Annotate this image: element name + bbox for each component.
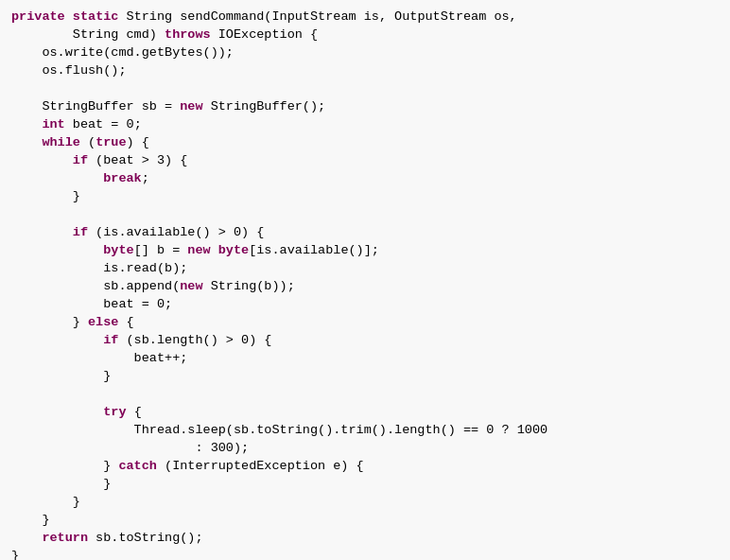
code-token: sb.toString();	[88, 531, 203, 545]
code-line: Thread.sleep(sb.toString().trim().length…	[11, 421, 719, 439]
code-token	[11, 243, 103, 257]
code-line: } else {	[11, 313, 719, 331]
code-line: beat++;	[11, 349, 719, 367]
code-token: }	[11, 315, 88, 329]
code-token: String sendCommand(InputStream is, Outpu…	[118, 9, 516, 24]
code-line: byte[] b = new byte[is.available()];	[11, 241, 719, 259]
code-token: [is.available()];	[249, 243, 379, 257]
code-token: byte	[103, 243, 133, 257]
code-token: [] b =	[134, 243, 188, 257]
code-token: try	[103, 405, 126, 419]
code-token: private	[11, 9, 65, 24]
code-token: beat++;	[11, 351, 187, 365]
code-token: throws	[165, 27, 211, 42]
code-token: return	[42, 531, 88, 545]
code-token: }	[11, 477, 111, 491]
code-token: IOException {	[211, 27, 318, 42]
code-line: }	[11, 511, 719, 529]
code-token: String cmd)	[11, 27, 165, 42]
code-line: StringBuffer sb = new StringBuffer();	[11, 97, 719, 115]
code-token	[11, 405, 103, 419]
code-token	[11, 225, 73, 239]
code-token: }	[11, 189, 80, 203]
code-line: is.read(b);	[11, 259, 719, 277]
code-token	[11, 153, 73, 167]
code-token: StringBuffer sb =	[11, 99, 180, 114]
code-token: (beat > 3) {	[88, 153, 187, 167]
code-line: os.flush();	[11, 61, 719, 79]
code-token: catch	[118, 459, 157, 473]
code-token	[11, 117, 42, 131]
code-line: try {	[11, 403, 719, 421]
code-token: byte	[218, 243, 249, 257]
code-token: StringBuffer();	[203, 99, 326, 114]
code-line: beat = 0;	[11, 295, 719, 313]
code-token: {	[127, 405, 142, 419]
code-token: }	[11, 369, 111, 383]
code-token: os.write(cmd.getBytes());	[11, 45, 234, 60]
code-block: private static String sendCommand(InputS…	[11, 8, 719, 560]
code-token: else	[88, 315, 118, 329]
code-line: int beat = 0;	[11, 115, 719, 133]
code-token	[11, 171, 103, 185]
code-line: } catch (InterruptedException e) {	[11, 457, 719, 475]
code-token	[211, 243, 218, 257]
code-token: (is.available() > 0) {	[88, 225, 264, 239]
code-token: static	[73, 9, 119, 24]
code-token: (InterruptedException e) {	[157, 459, 364, 473]
code-line: : 300);	[11, 439, 719, 457]
code-line: String cmd) throws IOException {	[11, 26, 719, 44]
code-token: }	[11, 549, 19, 560]
code-line: if (beat > 3) {	[11, 151, 719, 169]
code-token: sb.append(	[11, 279, 180, 293]
code-token: ) {	[127, 135, 149, 149]
code-line: private static String sendCommand(InputS…	[11, 8, 719, 26]
code-line: os.write(cmd.getBytes());	[11, 44, 719, 61]
code-container: private static String sendCommand(InputS…	[0, 0, 730, 560]
code-token: ;	[142, 171, 149, 185]
code-token: os.flush();	[11, 63, 127, 78]
code-line: }	[11, 187, 719, 205]
code-token: }	[11, 459, 118, 473]
code-line	[11, 385, 719, 403]
code-line	[11, 79, 719, 97]
code-line: }	[11, 493, 719, 511]
code-token: beat = 0;	[65, 117, 142, 131]
code-line: if (is.available() > 0) {	[11, 223, 719, 241]
code-token: Thread.sleep(sb.toString().trim().length…	[11, 423, 548, 437]
code-token: new	[187, 243, 210, 257]
code-line: }	[11, 547, 719, 560]
code-token	[11, 531, 42, 545]
code-token	[11, 135, 42, 149]
code-token: is.read(b);	[11, 261, 187, 275]
code-token: new	[180, 279, 202, 293]
code-line: while (true) {	[11, 133, 719, 151]
code-line: return sb.toString();	[11, 529, 719, 547]
code-token: break	[103, 171, 142, 185]
code-token: if	[73, 225, 88, 239]
code-token: beat = 0;	[11, 297, 172, 311]
code-token: }	[11, 513, 50, 527]
code-token: : 300);	[11, 441, 249, 455]
code-token: (sb.length() > 0) {	[118, 333, 271, 347]
code-line: if (sb.length() > 0) {	[11, 331, 719, 349]
code-line: }	[11, 475, 719, 493]
code-line	[11, 205, 719, 223]
code-token: while	[42, 135, 80, 149]
code-token: true	[96, 135, 126, 149]
code-line: }	[11, 367, 719, 385]
code-token: int	[42, 117, 64, 131]
code-token	[11, 333, 103, 347]
code-token: if	[103, 333, 118, 347]
code-token: {	[118, 315, 133, 329]
code-token: String(b));	[203, 279, 295, 293]
code-line: break;	[11, 169, 719, 187]
code-token: (	[80, 135, 96, 149]
code-token: if	[73, 153, 88, 167]
code-token: new	[180, 99, 202, 114]
code-line: sb.append(new String(b));	[11, 277, 719, 295]
code-token: }	[11, 495, 80, 509]
code-token	[65, 9, 73, 24]
